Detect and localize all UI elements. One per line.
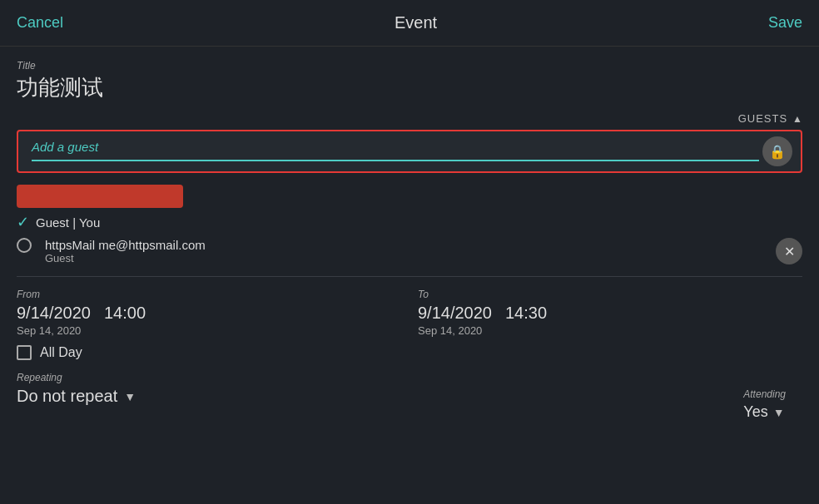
guests-section: ✓ Guest | You httpsMail me@httpsmail.com…: [17, 185, 802, 264]
header: Cancel Event Save: [0, 0, 819, 47]
attending-value-row: Yes ▼: [743, 403, 784, 421]
guest-row-httpsmail: httpsMail me@httpsmail.com Guest ✕: [17, 238, 802, 264]
allday-row: All Day: [17, 345, 802, 360]
allday-checkbox[interactable]: [17, 345, 32, 360]
mail-info: httpsMail me@httpsmail.com Guest: [45, 238, 206, 264]
attending-section: Attending Yes ▼: [743, 388, 786, 421]
repeating-value[interactable]: Do not repeat: [17, 387, 117, 406]
add-guest-container: Add a guest 🔒: [17, 130, 802, 173]
to-section: To 9/14/2020 14:30 Sep 14, 2020: [418, 289, 802, 337]
title-label: Title: [17, 60, 802, 72]
repeating-value-row: Do not repeat ▼: [17, 387, 802, 406]
to-label: To: [418, 289, 802, 300]
selected-guest-highlight: [17, 185, 183, 208]
repeating-section: Repeating Do not repeat ▼: [17, 372, 802, 406]
from-time[interactable]: 14:00: [104, 304, 146, 323]
from-section: From 9/14/2020 14:00 Sep 14, 2020: [17, 289, 401, 337]
checkmark-icon: ✓: [17, 213, 29, 231]
attending-value: Yes: [743, 403, 767, 421]
radio-icon: [17, 238, 32, 253]
lock-button[interactable]: 🔒: [762, 136, 792, 166]
guests-chevron-icon[interactable]: ▲: [792, 113, 802, 125]
to-values: 9/14/2020 14:30: [418, 304, 802, 323]
to-time[interactable]: 14:30: [505, 304, 547, 323]
repeating-label: Repeating: [17, 372, 802, 383]
attending-label: Attending: [743, 388, 786, 400]
guests-label: GUESTS: [738, 112, 787, 125]
from-date[interactable]: 9/14/2020: [17, 304, 91, 323]
event-content: Title 功能测试 GUESTS ▲ Add a guest 🔒 ✓ Gues…: [0, 47, 819, 419]
mail-role: Guest: [45, 252, 206, 264]
attending-chevron-icon[interactable]: ▼: [773, 406, 785, 419]
lock-icon: 🔒: [769, 144, 786, 160]
close-icon: ✕: [784, 244, 795, 259]
datetime-row: From 9/14/2020 14:00 Sep 14, 2020 To 9/1…: [17, 289, 802, 337]
repeating-chevron-icon[interactable]: ▼: [124, 390, 136, 403]
title-value: 功能测试: [17, 73, 802, 102]
from-sub: Sep 14, 2020: [17, 324, 401, 337]
cancel-button[interactable]: Cancel: [17, 14, 63, 32]
guest-row-you: ✓ Guest | You: [17, 213, 802, 231]
mail-name: httpsMail me@httpsmail.com: [45, 238, 206, 252]
title-section: Title 功能测试: [17, 60, 802, 102]
to-sub: Sep 14, 2020: [418, 324, 802, 337]
section-divider: [17, 276, 802, 277]
add-guest-placeholder[interactable]: Add a guest: [32, 140, 98, 154]
add-guest-input-line: Add a guest: [32, 140, 759, 161]
remove-guest-button[interactable]: ✕: [776, 238, 802, 264]
allday-label: All Day: [40, 345, 82, 360]
guest-name-you: Guest | You: [36, 215, 100, 230]
from-label: From: [17, 289, 401, 300]
from-values: 9/14/2020 14:00: [17, 304, 401, 323]
to-date[interactable]: 9/14/2020: [418, 304, 492, 323]
header-title: Event: [395, 13, 437, 32]
guests-header: GUESTS ▲: [17, 112, 802, 125]
save-button[interactable]: Save: [768, 14, 802, 32]
